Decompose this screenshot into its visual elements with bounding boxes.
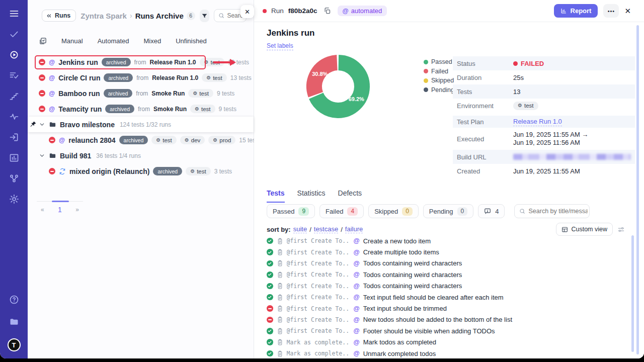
automated-badge[interactable]: @ automated <box>338 6 387 16</box>
pagination-next-button[interactable]: » <box>75 206 79 213</box>
environment-label: test <box>163 137 172 143</box>
more-options-button[interactable]: ••• <box>603 4 619 18</box>
status-value: FAILED <box>513 60 544 67</box>
detail-tab-defects[interactable]: Defects <box>338 189 362 203</box>
sidebar-item-activity[interactable] <box>9 111 20 122</box>
filter-chip-passed[interactable]: Passed9 <box>267 204 315 218</box>
sidebar-item-gear[interactable] <box>9 194 20 205</box>
tests-scrollbar[interactable] <box>631 235 634 352</box>
test-row[interactable]: @first Create To...@Text input field sho… <box>254 292 629 303</box>
sidebar-item-projects[interactable] <box>9 316 20 327</box>
failed-status-icon <box>39 59 45 65</box>
folder-icon <box>49 121 56 128</box>
filter-chip-failed[interactable]: Failed4 <box>319 204 364 218</box>
test-title: Create a new todo item <box>363 237 431 245</box>
close-panel-button[interactable]: ✕ <box>240 5 254 18</box>
tab-automated[interactable]: Automated <box>98 37 129 45</box>
sidebar-item-branch[interactable] <box>9 173 20 184</box>
custom-view-button[interactable]: Custom view <box>556 223 613 236</box>
run-row[interactable]: mixed origin (Relaunch)archived⚙test3 te… <box>28 163 254 179</box>
breadcrumb-project[interactable]: Zyntra Spark <box>80 12 127 20</box>
passed-status-icon <box>267 260 273 267</box>
tab-unfinished[interactable]: Unfinished <box>176 37 206 45</box>
sort-by-suite-link[interactable]: suite <box>293 225 307 233</box>
test-row[interactable]: @first Create To...@Todos containing wei… <box>254 269 629 280</box>
test-row[interactable]: Mark as complete...@Unmark completed tod… <box>254 348 629 358</box>
pagination-page-1[interactable]: 1 <box>58 206 62 214</box>
run-row[interactable]: @Circle CI runarchivedfromRelease Run 1.… <box>28 70 254 85</box>
tests-search-input[interactable] <box>528 208 588 215</box>
test-row[interactable]: @first Create To...@Footer should be vis… <box>254 325 629 336</box>
gear-icon: ⚙ <box>156 138 160 143</box>
tab-manual[interactable]: Manual <box>61 37 83 45</box>
sidebar-item-help[interactable] <box>9 294 20 305</box>
sidebar-item-play-circle[interactable] <box>9 49 20 60</box>
sidebar-item-bar-chart[interactable] <box>9 152 20 163</box>
filter-chip-skipped[interactable]: Skipped0 <box>368 204 419 218</box>
info-row-status: StatusFAILED <box>453 56 635 70</box>
copy-icon[interactable] <box>324 7 331 15</box>
legend-item-skipped: Skipped <box>424 77 454 84</box>
archived-badge: archived <box>102 58 131 66</box>
test-row[interactable]: @first Create To...@Create multiple todo… <box>254 246 629 257</box>
test-row[interactable]: @first Create To...@Text input should be… <box>254 303 629 314</box>
run-row[interactable]: @relaunch 2804archived⚙test⚙dev⚙prod15 t… <box>28 132 254 148</box>
test-suite-path: @first Create To... <box>287 283 350 290</box>
sidebar-item-check[interactable] <box>9 29 20 40</box>
detail-tab-statistics[interactable]: Statistics <box>297 189 326 203</box>
sliders-icon[interactable] <box>617 226 625 233</box>
avatar[interactable]: T <box>8 338 21 351</box>
test-row[interactable]: @first Create To...@Todos containing wei… <box>254 258 629 269</box>
select-all-icon[interactable] <box>39 37 47 45</box>
detail-tab-tests[interactable]: Tests <box>267 189 285 203</box>
report-button-label: Report <box>571 7 592 15</box>
passed-status-icon <box>267 294 273 301</box>
gear-icon: ⚙ <box>195 107 199 112</box>
test-row[interactable]: @first Create To...@Todos containing wei… <box>254 281 629 292</box>
back-to-runs-button[interactable]: Runs <box>42 10 76 22</box>
filter-button[interactable] <box>200 10 210 22</box>
comments-filter-chip[interactable]: 4 <box>478 204 505 218</box>
sidebar-item-sign-in[interactable] <box>9 132 20 143</box>
sidebar-item-list-check[interactable] <box>9 70 20 81</box>
tests-search[interactable] <box>514 204 590 218</box>
sort-by-testcase-link[interactable]: testcase <box>314 225 338 233</box>
run-info-table: StatusFAILEDDuration25sTests13Environmen… <box>453 56 635 178</box>
run-row[interactable]: @Bamboo runarchivedfromSmoke Run⚙test9 t… <box>28 85 254 101</box>
report-button[interactable]: Report <box>554 4 598 18</box>
info-row-created: CreatedJun 19, 2025 11:55 AM <box>453 164 635 178</box>
sort-by-failure-link[interactable]: failure <box>345 225 363 233</box>
test-row[interactable]: @first Create To...@Create a new todo it… <box>254 235 629 246</box>
tests-count: 9 tests <box>219 106 236 113</box>
environment-badge: ⚙test <box>200 58 225 66</box>
legend-label: Passed <box>431 58 452 65</box>
pagination-prev-button[interactable]: « <box>41 206 44 213</box>
failed-status-icon <box>49 137 55 143</box>
failed-status-icon <box>267 317 273 323</box>
passed-status-icon <box>267 339 273 345</box>
filter-chip-pending[interactable]: Pending0 <box>423 204 473 218</box>
automated-at-icon: @ <box>354 294 360 301</box>
folder-row[interactable]: Bravo milestone124 tests 1/32 runs <box>28 117 254 132</box>
set-labels-link[interactable]: Set labels <box>267 42 293 50</box>
test-row[interactable]: Mark as complete...@Mark todos as comple… <box>254 337 629 348</box>
run-row[interactable]: @Teamcity runarchivedfromSmoke Run⚙test9… <box>28 101 254 117</box>
test-row[interactable]: @first Create To...@New todos should be … <box>254 314 629 325</box>
sidebar-item-steps[interactable] <box>9 90 20 102</box>
environment-badge: ⚙test <box>186 167 211 175</box>
automated-at-icon: @ <box>49 59 55 66</box>
panel-scrollbar[interactable] <box>636 25 639 354</box>
filter-chip-label: Passed <box>273 208 294 215</box>
failed-status-icon <box>39 74 45 81</box>
test-suite-path: Mark as complete... <box>287 339 350 346</box>
filter-chip-count: 4 <box>347 207 358 216</box>
test-plan-link[interactable]: Release Run 1.0 <box>513 118 562 126</box>
folder-row[interactable]: Build 98136 tests 1/4 runs <box>28 148 254 163</box>
environment-label: dev <box>191 137 201 143</box>
run-row[interactable]: @Jenkins runarchivedfromRelease Run 1.0⚙… <box>28 54 254 70</box>
tab-mixed[interactable]: Mixed <box>144 37 162 45</box>
close-detail-button[interactable]: ✕ <box>624 7 631 16</box>
sidebar-item-menu[interactable] <box>9 8 20 19</box>
filter-chip-count: 0 <box>457 207 468 216</box>
environment-badge: ⚙test <box>513 102 538 110</box>
